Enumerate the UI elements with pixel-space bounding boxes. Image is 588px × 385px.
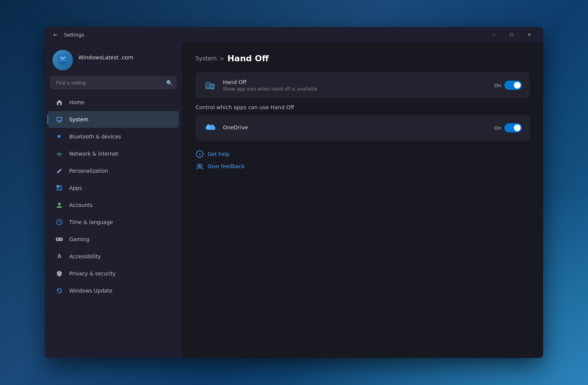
hand-off-text: Hand Off Show app icon when hand off is … <box>223 79 488 92</box>
sidebar-item-gaming[interactable]: Gaming <box>48 231 179 248</box>
hand-off-desc: Show app icon when hand off is available <box>223 86 488 92</box>
svg-rect-13 <box>60 188 62 191</box>
user-sub: · <box>78 60 133 66</box>
hand-off-toggle-group: On <box>494 81 522 90</box>
accounts-icon <box>55 200 64 210</box>
svg-rect-8 <box>58 122 61 123</box>
svg-rect-6 <box>57 118 62 121</box>
hand-off-toggle[interactable] <box>504 81 522 90</box>
sidebar-item-accounts[interactable]: Accounts <box>48 197 179 213</box>
breadcrumb: System > Hand Off <box>195 54 529 63</box>
svg-point-19 <box>60 239 61 239</box>
hand-off-toggle-label: On <box>494 83 501 88</box>
get-help-label: Get help <box>208 151 230 157</box>
svg-rect-4 <box>58 103 60 105</box>
svg-rect-3 <box>60 64 66 64</box>
breadcrumb-separator: > <box>220 56 224 62</box>
title-bar: ← Settings ─ ☐ ✕ <box>45 27 543 42</box>
apps-icon <box>55 183 64 192</box>
get-help-link[interactable]: ? Get help <box>195 150 529 158</box>
sidebar-label-network: Network & internet <box>69 151 118 157</box>
update-icon <box>55 286 64 295</box>
sidebar-item-update[interactable]: Windows Update <box>48 282 179 299</box>
svg-rect-23 <box>206 83 210 88</box>
sidebar-label-personalization: Personalization <box>69 168 108 174</box>
svg-point-9 <box>59 156 60 157</box>
user-name: WindowsLatest .com <box>78 54 133 60</box>
search-bar: 🔍 <box>50 76 176 89</box>
privacy-icon <box>55 269 64 278</box>
sidebar-label-gaming: Gaming <box>69 236 89 242</box>
avatar <box>52 50 73 70</box>
sidebar-label-apps: Apps <box>69 185 82 191</box>
onedrive-text: OneDrive <box>223 124 488 132</box>
sidebar-item-time[interactable]: Time & language <box>48 214 179 231</box>
hand-off-main-card: Hand Off Show app icon when hand off is … <box>195 72 529 98</box>
give-feedback-label: Give feedback <box>208 163 245 169</box>
search-input[interactable] <box>50 76 176 89</box>
svg-point-27 <box>212 89 213 90</box>
help-links: ? Get help Give feedback <box>195 150 529 170</box>
breadcrumb-system[interactable]: System <box>195 55 217 62</box>
svg-point-26 <box>208 88 208 89</box>
svg-rect-16 <box>56 237 63 241</box>
give-feedback-icon <box>195 162 204 170</box>
window-title: Settings <box>64 32 84 38</box>
sidebar-label-system: System <box>69 116 88 123</box>
svg-point-14 <box>58 203 60 205</box>
hand-off-icon <box>203 78 217 92</box>
sidebar-item-accessibility[interactable]: Accessibility <box>48 248 179 265</box>
sidebar-item-bluetooth[interactable]: Bluetooth & devices <box>48 128 179 145</box>
svg-rect-25 <box>211 84 214 88</box>
section-label: Control which apps can use Hand Off <box>195 104 529 110</box>
content-area: System > Hand Off Hand Of <box>182 42 543 358</box>
personalization-icon <box>55 166 64 175</box>
network-icon <box>55 149 64 158</box>
onedrive-toggle[interactable] <box>504 123 522 132</box>
sidebar-item-system[interactable]: System <box>48 111 179 128</box>
onedrive-name: OneDrive <box>223 124 488 130</box>
breadcrumb-current: Hand Off <box>227 54 269 63</box>
accessibility-icon <box>55 252 64 261</box>
maximize-button[interactable]: ☐ <box>503 29 520 41</box>
sidebar-label-home: Home <box>69 99 84 105</box>
sidebar-label-update: Windows Update <box>69 288 112 294</box>
sidebar-item-network[interactable]: Network & internet <box>48 145 179 162</box>
sidebar-label-privacy: Privacy & security <box>69 270 116 277</box>
svg-rect-11 <box>60 185 62 188</box>
sidebar-nav: Home System <box>45 94 182 299</box>
sidebar-item-privacy[interactable]: Privacy & security <box>48 265 179 282</box>
svg-point-21 <box>59 254 60 255</box>
svg-rect-1 <box>59 56 67 62</box>
user-profile: WindowsLatest .com · <box>45 42 182 76</box>
svg-point-20 <box>61 239 62 240</box>
give-feedback-link[interactable]: Give feedback <box>195 162 529 170</box>
minimize-button[interactable]: ─ <box>485 29 503 41</box>
time-icon <box>55 218 64 227</box>
home-icon <box>55 98 64 107</box>
get-help-icon: ? <box>195 150 204 158</box>
onedrive-card: OneDrive On <box>195 115 529 141</box>
svg-rect-2 <box>60 62 65 64</box>
sidebar-item-home[interactable]: Home <box>48 94 179 111</box>
sidebar-label-accessibility: Accessibility <box>69 253 101 259</box>
onedrive-toggle-group: On <box>494 123 522 132</box>
sidebar-label-bluetooth: Bluetooth & devices <box>69 134 121 140</box>
system-icon <box>55 115 64 124</box>
gaming-icon <box>55 235 64 244</box>
svg-rect-10 <box>57 185 59 188</box>
sidebar-label-time: Time & language <box>69 219 113 225</box>
sidebar-label-accounts: Accounts <box>69 202 93 208</box>
onedrive-toggle-label: On <box>494 125 501 131</box>
svg-text:?: ? <box>199 152 201 157</box>
svg-rect-7 <box>58 121 60 122</box>
svg-rect-12 <box>57 188 59 191</box>
sidebar-item-apps[interactable]: Apps <box>48 180 179 196</box>
bluetooth-icon <box>55 132 64 141</box>
sidebar: WindowsLatest .com · 🔍 <box>45 42 182 358</box>
back-button[interactable]: ← <box>50 29 61 40</box>
onedrive-icon <box>203 121 217 135</box>
sidebar-item-personalization[interactable]: Personalization <box>48 162 179 179</box>
window-controls: ─ ☐ ✕ <box>485 29 538 41</box>
close-button[interactable]: ✕ <box>520 29 538 41</box>
